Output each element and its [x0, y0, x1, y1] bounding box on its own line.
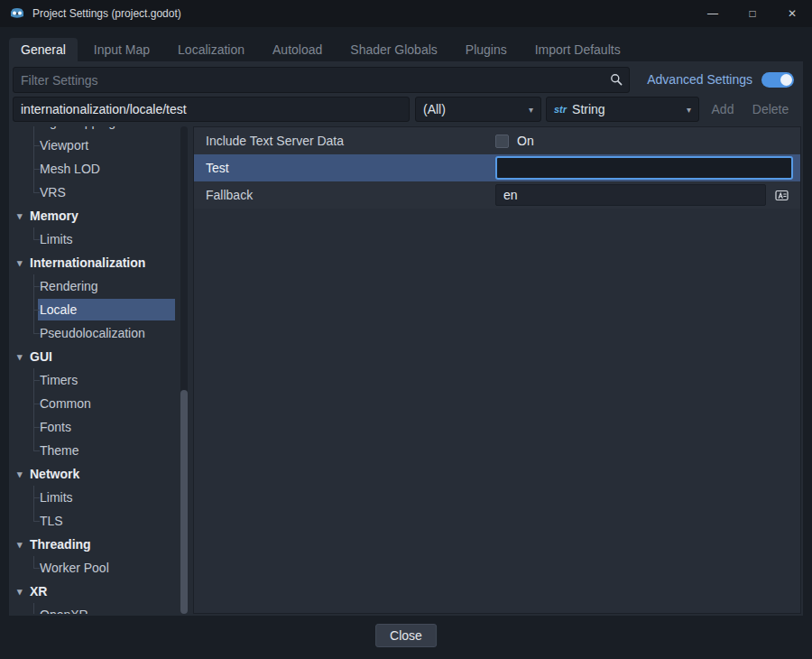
- property-label: Test: [206, 161, 229, 175]
- tree-item-openxr[interactable]: OpenXR: [13, 603, 188, 614]
- settings-row-fallback[interactable]: Fallback: [194, 181, 800, 209]
- tree-guide-line: [33, 126, 34, 134]
- chevron-down-icon: [17, 257, 23, 269]
- add-property-button[interactable]: Add: [704, 97, 742, 122]
- tree-item-mesh-lod[interactable]: Mesh LOD: [13, 157, 188, 181]
- chevron-down-icon: [17, 586, 23, 598]
- advanced-settings-label: Advanced Settings: [647, 67, 752, 93]
- chevron-down-icon: [17, 210, 23, 222]
- tree-item-locale[interactable]: Locale: [13, 298, 188, 321]
- tree-item-timers[interactable]: Timers: [13, 368, 188, 392]
- feature-filter-value: (All): [423, 102, 446, 116]
- tree-section-internationalization[interactable]: Internationalization: [13, 251, 188, 274]
- tab-import-defaults[interactable]: Import Defaults: [523, 38, 632, 61]
- chevron-down-icon: [529, 105, 533, 115]
- tree-scrollbar-thumb[interactable]: [180, 390, 188, 614]
- tab-general[interactable]: General: [9, 38, 78, 61]
- tree-item-limits-memory[interactable]: Limits: [13, 227, 188, 251]
- godot-logo-icon: [9, 5, 25, 22]
- window-titlebar: Project Settings (project.godot) — □ ✕: [0, 0, 812, 27]
- tree-item-worker-pool[interactable]: Worker Pool: [13, 556, 188, 580]
- tree-guide-line: [33, 509, 34, 521]
- advanced-settings-toggle[interactable]: [761, 72, 794, 88]
- feature-filter-dropdown[interactable]: (All): [415, 97, 541, 122]
- tree-guide-line: [33, 181, 34, 192]
- tree-item-tls[interactable]: TLS: [13, 509, 188, 533]
- tree-item-vrs[interactable]: VRS: [13, 181, 188, 204]
- tree-item-lightmapping[interactable]: Lightmapping: [13, 126, 188, 134]
- tree-item-viewport[interactable]: Viewport: [13, 134, 188, 157]
- locale-picker-icon: [775, 189, 789, 202]
- window-title: Project Settings (project.godot): [32, 7, 181, 20]
- locale-settings-panel: Include Text Server Data On Test Fallbac…: [193, 126, 801, 614]
- tree-guide-line: [33, 321, 34, 333]
- general-settings-panel: Advanced Settings (All) str String Add D…: [9, 61, 803, 616]
- property-label: Fallback: [206, 188, 253, 202]
- filter-settings-wrap: [13, 67, 630, 93]
- tree-section-memory[interactable]: Memory: [13, 204, 188, 227]
- tree-guide-line: [33, 556, 34, 568]
- property-path-input[interactable]: [13, 97, 410, 122]
- tree-guide-line: [33, 227, 34, 239]
- chevron-down-icon: [17, 539, 23, 551]
- tree-item-pseudolocalization[interactable]: Pseudolocalization: [13, 321, 188, 345]
- settings-tabbar: General Input Map Localization Autoload …: [9, 38, 803, 61]
- checkbox-on-label: On: [517, 134, 534, 148]
- settings-row-test[interactable]: Test: [194, 154, 800, 181]
- tree-section-gui[interactable]: GUI: [13, 345, 188, 368]
- close-button[interactable]: Close: [375, 624, 437, 647]
- tab-input-map[interactable]: Input Map: [82, 38, 161, 61]
- minimize-button[interactable]: —: [693, 0, 733, 27]
- tree-section-threading[interactable]: Threading: [13, 533, 188, 556]
- tree-item-common[interactable]: Common: [13, 392, 188, 415]
- type-dropdown[interactable]: str String: [546, 97, 699, 122]
- tab-plugins[interactable]: Plugins: [454, 38, 519, 61]
- tree-guide-line: [33, 439, 34, 450]
- window-controls: — □ ✕: [693, 0, 812, 27]
- property-label: Include Text Server Data: [206, 134, 344, 148]
- type-value: String: [572, 102, 605, 116]
- tree-item-theme[interactable]: Theme: [13, 439, 188, 462]
- close-window-button[interactable]: ✕: [772, 0, 812, 27]
- chevron-down-icon: [17, 469, 23, 480]
- tree-item-limits-network[interactable]: Limits: [13, 486, 188, 509]
- tree-item-rendering[interactable]: Rendering: [13, 274, 188, 298]
- tree-section-xr[interactable]: XR: [13, 580, 188, 603]
- tab-autoload[interactable]: Autoload: [261, 38, 334, 61]
- fallback-value-input[interactable]: [495, 184, 766, 206]
- include-text-server-data-checkbox[interactable]: [495, 135, 509, 148]
- tree-section-network[interactable]: Network: [13, 462, 188, 486]
- maximize-button[interactable]: □: [733, 0, 772, 27]
- locale-picker-button[interactable]: [770, 184, 793, 206]
- test-value-input[interactable]: [495, 156, 793, 180]
- search-icon: [610, 73, 623, 89]
- chevron-down-icon: [17, 351, 23, 363]
- tree-guide-line: [33, 603, 34, 614]
- delete-property-button[interactable]: Delete: [745, 97, 796, 122]
- toggle-knob: [780, 74, 792, 86]
- tab-localization[interactable]: Localization: [166, 38, 256, 61]
- chevron-down-icon: [687, 105, 691, 115]
- settings-row-include-text-server-data[interactable]: Include Text Server Data On: [194, 127, 800, 154]
- tab-shader-globals[interactable]: Shader Globals: [338, 38, 449, 61]
- settings-section-tree: Lightmapping Viewport Mesh LOD VRS Memor…: [13, 126, 188, 614]
- string-type-icon: str: [554, 104, 567, 115]
- filter-settings-input[interactable]: [13, 67, 630, 93]
- tree-scrollbar[interactable]: [180, 126, 188, 614]
- tree-item-fonts[interactable]: Fonts: [13, 415, 188, 439]
